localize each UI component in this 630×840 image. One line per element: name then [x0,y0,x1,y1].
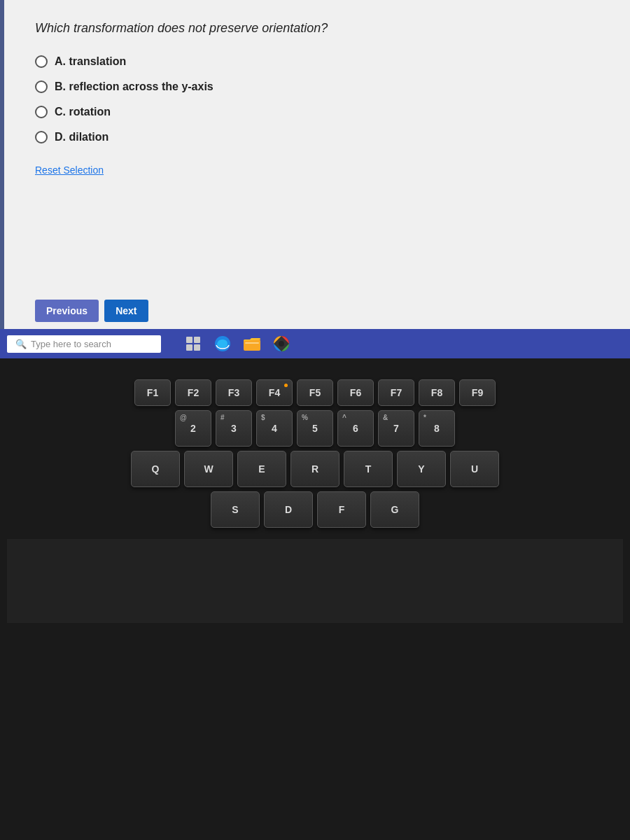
key-f3[interactable]: F3 [216,379,252,406]
key-e[interactable]: E [237,451,286,487]
reset-selection-link[interactable]: Reset Selection [35,164,104,176]
radio-b[interactable] [35,80,48,93]
key-f2[interactable]: F2 [175,379,211,406]
option-c[interactable]: C. rotation [35,106,609,118]
svg-rect-5 [244,340,260,351]
svg-rect-1 [194,337,200,343]
key-d[interactable]: D [264,491,313,528]
key-5[interactable]: % 5 [297,410,333,447]
quiz-content: Which transformation does not preserve o… [0,0,630,293]
taskbar-icons [183,334,291,354]
svg-rect-6 [245,342,259,344]
taskbar-search[interactable]: 🔍 Type here to search [7,335,161,353]
key-f6[interactable]: F6 [337,379,374,406]
keyboard: F1 F2 F3 F4 F5 F6 F7 F8 F9 @ 2 # 3 $ [7,372,623,539]
quiz-panel: Which transformation does not preserve o… [0,0,630,329]
taskview-icon[interactable] [183,334,203,354]
search-icon: 🔍 [15,339,27,349]
keyboard-area: F1 F2 F3 F4 F5 F6 F7 F8 F9 @ 2 # 3 $ [0,358,630,623]
key-8[interactable]: * 8 [419,410,455,447]
key-f[interactable]: F [317,491,366,528]
option-b[interactable]: B. reflection across the y-axis [35,80,609,93]
key-r[interactable]: R [290,451,340,487]
qwerty-row: Q W E R T Y U [7,451,623,487]
option-a-label: A. translation [55,55,126,68]
previous-button[interactable]: Previous [35,300,99,322]
key-q[interactable]: Q [131,451,180,487]
key-f1[interactable]: F1 [134,379,171,406]
svg-point-8 [279,341,284,346]
key-u[interactable]: U [450,451,499,487]
fn-key-row: F1 F2 F3 F4 F5 F6 F7 F8 F9 [7,379,623,406]
svg-rect-0 [186,337,192,343]
key-4[interactable]: $ 4 [256,410,293,447]
next-button[interactable]: Next [104,300,148,322]
svg-rect-3 [194,344,200,351]
option-c-label: C. rotation [55,106,111,118]
file-explorer-icon[interactable] [242,334,262,354]
options-list: A. translation B. reflection across the … [35,55,609,144]
left-accent-bar [0,0,4,329]
option-d[interactable]: D. dilation [35,131,609,144]
key-2[interactable]: @ 2 [175,410,211,447]
key-f9[interactable]: F9 [459,379,496,406]
key-f4[interactable]: F4 [256,379,293,406]
number-key-row: @ 2 # 3 $ 4 % 5 ^ 6 & 7 [7,410,623,447]
radio-c[interactable] [35,106,48,118]
edge-browser-icon[interactable] [213,334,232,354]
option-b-label: B. reflection across the y-axis [55,80,214,93]
key-t[interactable]: T [344,451,393,487]
search-input-label: Type here to search [31,339,111,349]
radio-d[interactable] [35,131,48,144]
key-f5[interactable]: F5 [297,379,333,406]
key-y[interactable]: Y [397,451,446,487]
key-7[interactable]: & 7 [378,410,414,447]
asdf-row: S D F G [7,491,623,528]
key-6[interactable]: ^ 6 [337,410,374,447]
taskbar: 🔍 Type here to search [0,329,630,358]
key-w[interactable]: W [184,451,233,487]
quiz-footer: Previous Next [0,293,630,329]
laptop-bottom-bezel [7,539,623,623]
svg-rect-2 [186,344,192,351]
key-g[interactable]: G [370,491,419,528]
key-3[interactable]: # 3 [216,410,252,447]
key-s[interactable]: S [211,491,260,528]
key-f7[interactable]: F7 [378,379,414,406]
option-d-label: D. dilation [55,131,108,144]
question-text: Which transformation does not preserve o… [35,21,609,36]
colorful-app-icon[interactable] [272,334,291,354]
option-a[interactable]: A. translation [35,55,609,68]
radio-a[interactable] [35,55,48,68]
key-f8[interactable]: F8 [419,379,455,406]
